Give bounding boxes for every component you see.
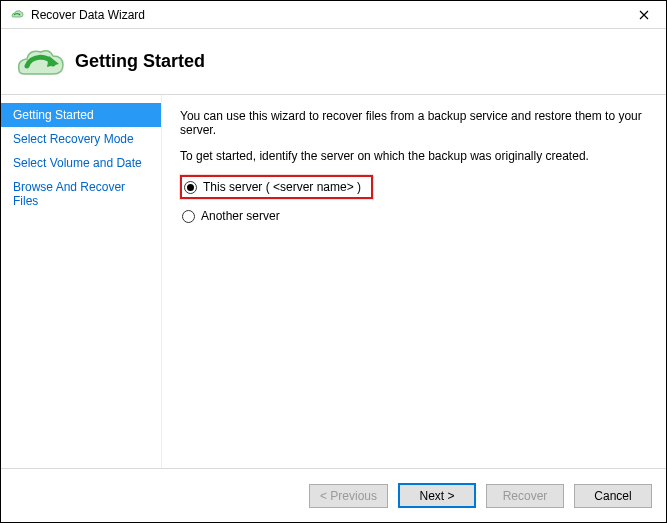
step-select-recovery-mode[interactable]: Select Recovery Mode xyxy=(1,127,161,151)
radio-icon xyxy=(182,210,195,223)
wizard-body: Getting Started Select Recovery Mode Sel… xyxy=(1,95,666,468)
step-getting-started[interactable]: Getting Started xyxy=(1,103,161,127)
intro-text: You can use this wizard to recover files… xyxy=(180,109,648,137)
wizard-header: Getting Started xyxy=(1,29,666,95)
radio-icon xyxy=(184,181,197,194)
wizard-footer: < Previous Next > Recover Cancel xyxy=(1,468,666,522)
previous-button[interactable]: < Previous xyxy=(309,484,388,508)
cloud-recover-icon xyxy=(11,40,67,84)
close-button[interactable] xyxy=(622,1,666,29)
wizard-window: Recover Data Wizard Getting Started Gett… xyxy=(0,0,667,523)
server-select-group: This server ( <server name> ) Another se… xyxy=(180,175,648,227)
page-heading: Getting Started xyxy=(75,51,205,72)
step-browse-and-recover-files[interactable]: Browse And Recover Files xyxy=(1,175,161,213)
next-button[interactable]: Next > xyxy=(398,483,476,508)
radio-this-server-label: This server ( <server name> ) xyxy=(203,180,361,194)
titlebar: Recover Data Wizard xyxy=(1,1,666,29)
wizard-content: You can use this wizard to recover files… xyxy=(161,95,666,468)
prompt-text: To get started, identify the server on w… xyxy=(180,149,648,163)
window-title: Recover Data Wizard xyxy=(31,8,622,22)
recover-button[interactable]: Recover xyxy=(486,484,564,508)
radio-this-server[interactable]: This server ( <server name> ) xyxy=(180,175,373,199)
cancel-button[interactable]: Cancel xyxy=(574,484,652,508)
app-icon xyxy=(9,7,25,23)
step-select-volume-and-date[interactable]: Select Volume and Date xyxy=(1,151,161,175)
radio-another-server-label: Another server xyxy=(201,209,280,223)
wizard-steps-sidebar: Getting Started Select Recovery Mode Sel… xyxy=(1,95,161,468)
radio-another-server[interactable]: Another server xyxy=(180,205,282,227)
